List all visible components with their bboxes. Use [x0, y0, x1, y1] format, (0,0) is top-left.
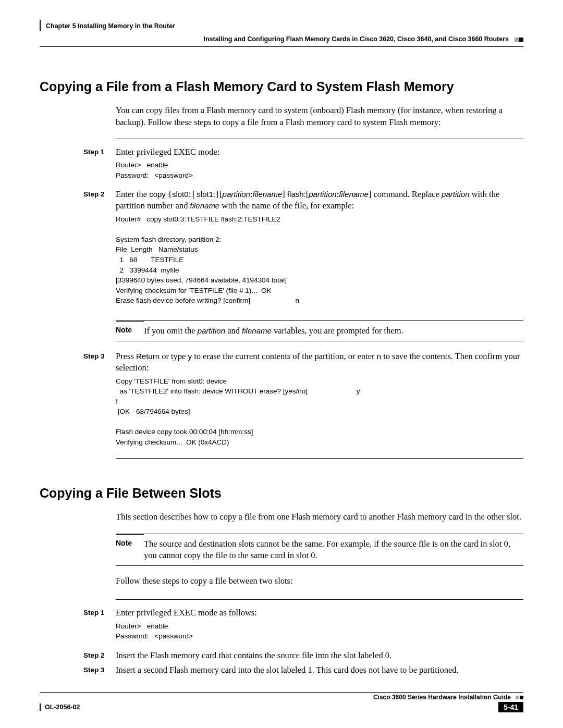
page-number: 5-41	[498, 702, 523, 712]
step-label: Step 1	[83, 607, 116, 646]
section-heading: Copying a File Between Slots	[40, 485, 523, 502]
step-text: Insert a second Flash memory card into t…	[116, 664, 523, 676]
step-text: Enter privileged EXEC mode:	[116, 146, 523, 158]
note: Note If you omit the partition and filen…	[116, 320, 523, 341]
step-label: Step 3	[83, 351, 116, 452]
header-decor-icon	[514, 33, 523, 45]
header-chapter: Chapter 5 Installing Memory in the Route…	[46, 22, 175, 30]
note-text: The source and destination slots cannot …	[144, 538, 523, 562]
step-label: Step 2	[83, 189, 116, 311]
step-1: Step 1 Enter privileged EXEC mode: Route…	[40, 146, 523, 186]
section-intro: You can copy files from a Flash memory c…	[116, 105, 523, 128]
body-text: Follow these steps to copy a file betwee…	[116, 575, 523, 587]
header-section-title: Installing and Configuring Flash Memory …	[40, 35, 514, 44]
step-3: Step 3 Insert a second Flash memory card…	[40, 664, 523, 676]
page-footer: Cisco 3600 Series Hardware Installation …	[40, 692, 523, 712]
footer-guide-title: Cisco 3600 Series Hardware Installation …	[373, 694, 511, 701]
step-text: Press Return or type y to erase the curr…	[116, 351, 523, 374]
step-text: Insert the Flash memory card that contai…	[116, 650, 523, 661]
step-2: Step 2 Insert the Flash memory card that…	[40, 650, 523, 661]
code-block: Router# copy slot0:3:TESTFILE flash:2:TE…	[116, 214, 523, 306]
step-text: Enter privileged EXEC mode as follows:	[116, 607, 523, 619]
note-label: Note	[116, 534, 144, 562]
section-intro: This section describes how to copy a fil…	[116, 511, 523, 523]
step-3: Step 3 Press Return or type y to erase t…	[40, 351, 523, 452]
step-1: Step 1 Enter privileged EXEC mode as fol…	[40, 607, 523, 646]
code-block: Copy 'TESTFILE' from slot0: device as 'T…	[116, 376, 523, 448]
note-text: If you omit the partition and filename v…	[144, 325, 523, 337]
note-label: Note	[116, 320, 144, 337]
code-block: Router> enable Password: <password>	[116, 160, 523, 180]
note: Note The source and destination slots ca…	[116, 534, 523, 566]
step-label: Step 2	[83, 650, 116, 661]
footer-decor-icon	[515, 694, 523, 701]
code-block: Router> enable Password: <password>	[116, 621, 523, 641]
section-heading: Copying a File from a Flash Memory Card …	[40, 78, 523, 96]
step-label: Step 3	[83, 664, 116, 676]
step-text: Enter the copy {slot0: | slot1:}[partiti…	[116, 189, 523, 212]
step-label: Step 1	[83, 146, 116, 186]
step-2: Step 2 Enter the copy {slot0: | slot1:}[…	[40, 189, 523, 311]
footer-doc-id: OL-2056-02	[40, 704, 80, 711]
